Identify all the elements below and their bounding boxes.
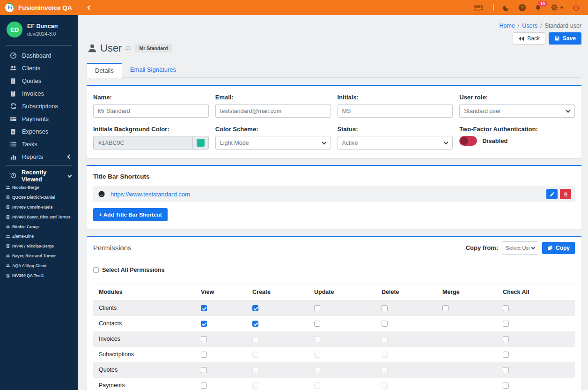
recent-item-quo99-dietrich-daniel[interactable]: QUO99 Dietrich-Daniel — [0, 193, 78, 202]
expenses-icon: $ — [10, 128, 17, 135]
settings-gear-icon[interactable] — [551, 4, 564, 11]
contacts-check-all-checkbox[interactable] — [503, 321, 509, 327]
subscriptions-create-checkbox — [252, 352, 258, 358]
two-factor-toggle[interactable] — [459, 136, 477, 146]
recent-item-aqa-a10pq-client[interactable]: AQA A10pq Client — [0, 261, 78, 270]
color-scheme-select[interactable]: Light Mode — [215, 136, 331, 150]
invoices-create-checkbox — [252, 336, 258, 342]
status-select[interactable]: Active — [338, 136, 453, 150]
brand[interactable]: Fi FusionInvoice QA — [0, 3, 78, 12]
aws-icon[interactable]: aws — [472, 4, 485, 12]
copy-from-select[interactable]: Select User — [502, 241, 538, 255]
module-name: Clients — [93, 300, 195, 316]
clients-view-checkbox[interactable] — [201, 305, 207, 311]
clients-delete-checkbox[interactable] — [382, 305, 388, 311]
sidebar-item-reports[interactable]: Reports — [0, 150, 78, 163]
subscriptions-view-checkbox[interactable] — [201, 352, 207, 358]
quotes-view-checkbox[interactable] — [201, 367, 207, 373]
permissions-card: Permissions Copy from: Select User Copy … — [87, 236, 581, 390]
recent-item-ritchie-group[interactable]: Ritchie Group — [0, 222, 78, 232]
clients-check-all-checkbox[interactable] — [503, 305, 509, 311]
contacts-view-checkbox[interactable] — [201, 321, 207, 327]
document-icon — [6, 244, 10, 248]
recent-item-inv399-qa-test1[interactable]: INV399 QA Test1 — [0, 270, 78, 280]
clients-create-checkbox[interactable] — [252, 305, 258, 311]
tab-details[interactable]: Details — [87, 63, 122, 78]
email-input[interactable] — [215, 104, 331, 118]
sidebar-item-subscriptions[interactable]: Subscriptions — [0, 100, 78, 112]
sidebar-user-block[interactable]: ED EF Duncan dev/2024-3.0 — [0, 15, 78, 43]
breadcrumb-users-link[interactable]: Users — [522, 22, 537, 29]
user-name-badge: Mr Standard — [135, 44, 171, 52]
recent-item-zieme-bins[interactable]: Zieme-Bins — [0, 232, 78, 241]
chat-bubble-icon[interactable] — [125, 45, 131, 52]
save-button[interactable]: Save — [549, 32, 581, 45]
shortcut-row: https://www.teststandard.com — [93, 186, 575, 202]
sidebar-item-dashboard[interactable]: Dashboard — [0, 49, 78, 62]
shortcut-url-link[interactable]: https://www.teststandard.com — [110, 191, 190, 198]
caret-down-icon — [560, 7, 564, 9]
payments-view-checkbox[interactable] — [201, 382, 207, 389]
help-icon[interactable]: ? — [519, 4, 526, 11]
sidebar-item-payments[interactable]: Payments — [0, 112, 78, 125]
copy-button[interactable]: Copy — [542, 242, 575, 254]
user-role-select[interactable]: Standard user — [459, 104, 575, 118]
color-picker-button[interactable] — [192, 136, 208, 149]
table-row-contacts: Contacts — [93, 316, 575, 331]
two-factor-state: Disabled — [482, 137, 507, 144]
payments-delete-checkbox — [382, 382, 388, 389]
recent-item-inv409-corwin-huels[interactable]: INV409 Corwin-Huels — [0, 202, 78, 212]
subscriptions-check-all-checkbox[interactable] — [503, 352, 509, 358]
sidebar-item-label: Expenses — [22, 128, 48, 135]
clients-update-checkbox[interactable] — [314, 305, 320, 311]
contacts-update-checkbox[interactable] — [314, 321, 320, 327]
logout-power-icon[interactable] — [573, 4, 580, 11]
brand-name: FusionInvoice QA — [18, 4, 72, 11]
sidebar-item-label: Reports — [22, 153, 43, 160]
quotes-check-all-checkbox[interactable] — [503, 367, 509, 373]
sidebar-item-expenses[interactable]: $Expenses — [0, 125, 78, 138]
column-header-merge: Merge — [437, 284, 497, 300]
sidebar-divider — [6, 45, 72, 45]
sidebar-item-invoices[interactable]: Invoices — [0, 87, 78, 100]
status-label: Status: — [338, 126, 453, 133]
sidebar-item-recently-viewed[interactable]: Recently Viewed — [0, 169, 78, 182]
back-button[interactable]: Back — [513, 32, 545, 45]
avatar: ED — [7, 22, 22, 38]
initials-bg-color-input[interactable] — [94, 136, 192, 150]
recent-item-label: QUO99 Dietrich-Daniel — [12, 195, 55, 200]
contacts-create-checkbox[interactable] — [252, 321, 258, 327]
contacts-delete-checkbox[interactable] — [382, 321, 388, 327]
invoices-check-all-checkbox[interactable] — [503, 336, 509, 342]
client-icon — [6, 185, 10, 190]
dark-mode-moon-icon[interactable] — [503, 4, 510, 11]
recent-item-inv408-bayer-rice-and-turner[interactable]: INV408 Bayer, Rice and Turner — [0, 212, 78, 222]
sidebar-item-clients[interactable]: Clients — [0, 62, 78, 75]
sidebar-collapse-icon[interactable] — [88, 5, 92, 10]
initials-bg-color-label: Initials Background Color: — [93, 126, 209, 133]
recent-item-inv407-nicolas-berge[interactable]: INV407 Nicolas-Berge — [0, 241, 78, 251]
tab-email-signatures[interactable]: Email Signatures — [122, 63, 184, 77]
sidebar-item-label: Dashboard — [22, 52, 51, 59]
sidebar-item-tasks[interactable]: Tasks — [0, 138, 78, 150]
sidebar-item-quotes[interactable]: Quotes — [0, 75, 78, 87]
select-all-permissions-label: Select All Permissions — [102, 267, 165, 273]
name-input[interactable] — [93, 104, 209, 118]
payments-check-all-checkbox[interactable] — [503, 382, 509, 389]
edit-shortcut-button[interactable] — [546, 189, 558, 199]
notifications-bell-icon[interactable]: 10 — [535, 4, 542, 11]
invoices-view-checkbox[interactable] — [201, 336, 207, 342]
select-all-permissions-checkbox[interactable] — [93, 267, 99, 273]
recent-item-label: INV399 QA Test1 — [12, 273, 44, 278]
delete-shortcut-button[interactable] — [560, 189, 571, 199]
recent-item-bayer-rice-and-turner[interactable]: Bayer, Rice and Turner — [0, 251, 78, 261]
recent-item-label: AQA A10pq Client — [12, 263, 46, 268]
clients-merge-checkbox[interactable] — [442, 305, 448, 311]
initials-input[interactable] — [338, 104, 453, 118]
quotes-delete-checkbox — [382, 367, 388, 373]
breadcrumb-home-link[interactable]: Home — [500, 22, 515, 29]
sidebar-item-label: Payments — [22, 115, 49, 122]
payments-update-checkbox — [314, 382, 320, 389]
recent-item-nicolas-berge[interactable]: Nicolas-Berge — [0, 183, 78, 193]
add-shortcut-button[interactable]: + Add Title Bar Shortcut — [93, 208, 168, 221]
